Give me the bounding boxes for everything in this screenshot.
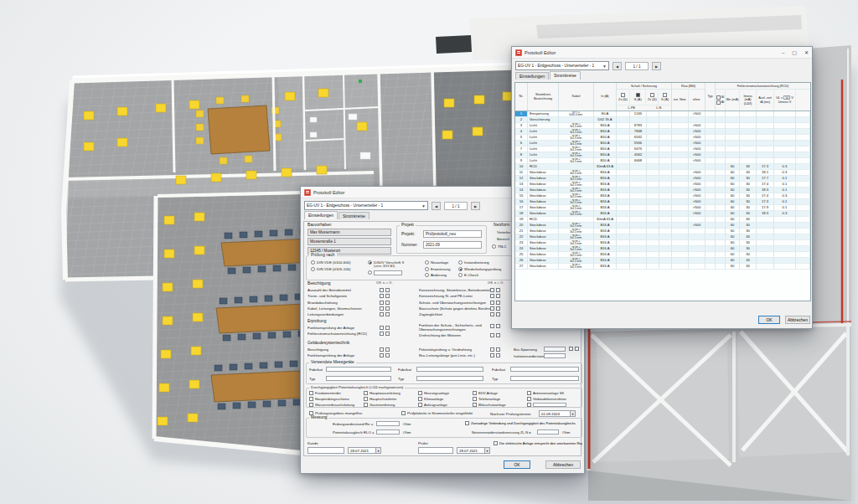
ok-button[interactable]: OK [504,460,530,469]
nio-checkbox[interactable] [496,324,500,328]
ok-checkbox[interactable] [490,288,494,292]
pruefung-option[interactable]: DGUV Vorschrift 3(vorm. BGV A3) [368,260,404,268]
potentialausgleich-checkbox[interactable] [364,397,368,401]
checkbox[interactable] [716,100,721,105]
table-row[interactable]: 12SteckdoseNYM-J3x2.5 mm²B16 A>500603017… [515,176,810,182]
minimize-icon[interactable]: – [782,47,784,59]
pruefung-option[interactable]: E-Check [458,273,501,277]
maximize-icon[interactable]: ▢ [792,47,797,59]
projekt-name-field[interactable]: Prüfprotokoll_neu [423,230,482,238]
ok-checkbox[interactable] [490,353,494,357]
typ-field-1[interactable] [326,376,391,381]
table-row[interactable]: 16SteckdoseNYM-J3x2.5 mm²B16 A>500603017… [515,199,810,205]
potentialausgleich-r-field[interactable] [376,429,400,435]
nio-checkbox[interactable] [385,353,390,357]
radio[interactable] [458,260,463,265]
erdungswiderstand-field[interactable] [376,421,400,426]
radio[interactable] [458,273,463,277]
next-button[interactable]: ▶ [652,62,661,70]
radio[interactable] [311,267,315,271]
table-row[interactable]: 14SteckdoseNYM-J3x2.5 mm²B16 A>500603018… [515,188,810,193]
table-row[interactable]: 21SteckdoseNYM-J3x2.5 mm²B16 A6030 [515,229,810,234]
potentialausgleich-checkbox[interactable] [418,397,422,401]
table-row[interactable]: 20SteckdoseN­YM-J3x2.5 mm²B16 A>5006030 [515,223,810,229]
radio[interactable] [425,260,429,265]
titlebar[interactable]: Protokoll Editor – ▢ ✕ [512,47,812,59]
nio-checkbox[interactable] [385,301,390,305]
pruefer-field[interactable] [418,447,453,454]
bauvorhaben-street-field[interactable]: Musterstraße 1 [308,238,391,245]
naechster-termin-date[interactable]: 01.09.2024▾ [539,410,576,417]
radio[interactable] [425,273,429,277]
table-row[interactable]: 6LichtNYM-J3x1.5 mm²B10 A5556>500 [515,141,810,147]
tab-einstellungen[interactable]: Einstellungen [304,211,338,219]
checkbox-checked[interactable] [636,93,640,97]
ok-checkbox[interactable] [380,347,384,352]
table-row[interactable]: 17SteckdoseNYM-J3x2.5 mm²B16 A>500603017… [515,205,810,211]
potentialausgleich-other-field[interactable] [533,403,566,407]
potentialausgleich-checkbox[interactable] [473,397,477,401]
checkbox[interactable] [663,93,667,97]
prev-button[interactable]: ◀ [432,202,441,210]
ok-checkbox[interactable] [380,312,384,316]
table-row[interactable]: 22SteckdoseNYM-J3x2.5 mm²B16 A6030 [515,234,810,240]
potentialausgleich-checkbox[interactable] [473,403,477,407]
potentialausgleich-checkbox[interactable] [418,403,422,407]
ok-checkbox[interactable] [490,347,494,352]
netzinnenwiderstand-field[interactable] [537,429,559,435]
table-row[interactable]: 15SteckdoseNYM-J3x2.5 mm²B16 A>500603017… [515,193,810,199]
table-row[interactable]: 8LichtNYM-J3x1.5 mm²B10 A4562>500 [515,152,810,158]
typ-field-2[interactable] [416,376,483,381]
checkbox[interactable] [650,93,654,97]
checkbox[interactable] [621,93,625,97]
tab-stromkreise[interactable]: Stromkreise [339,212,370,219]
tab-einstellungen[interactable]: Einstellungen [515,72,549,80]
close-icon[interactable]: ✕ [804,47,809,59]
pruefung-option[interactable]: DIN VDE (0100-600) [311,260,351,265]
table-row[interactable]: 13SteckdoseNYM-J3x2.5 mm²B16 A>500603017… [515,182,810,188]
bauvorhaben-name-field[interactable]: Max Mustermann [308,229,391,236]
table-row[interactable]: 24SteckdoseNYM-J3x2.5 mm²B16 A6030 [515,246,810,252]
nio-checkbox[interactable] [385,332,390,336]
fabrikat-field-3[interactable] [510,367,579,372]
nio-checkbox[interactable] [496,347,500,352]
potentialausgleich-checkbox[interactable] [309,397,313,401]
radio[interactable] [425,267,429,271]
ok-button[interactable]: OK [758,316,780,324]
table-row[interactable]: 1EinspeisungNYY-J5x35.0 mm²80 A1245>500 [515,111,810,117]
ok-checkbox[interactable] [380,326,384,330]
ok-checkbox[interactable] [380,294,384,298]
ok-checkbox[interactable] [490,324,494,328]
next-button[interactable]: ▶ [471,202,480,210]
nio-checkbox[interactable] [496,353,500,357]
radio[interactable] [311,260,315,265]
nio-checkbox[interactable] [496,288,500,292]
nio-checkbox[interactable] [385,288,390,292]
calendar-dropdown-icon[interactable]: ▾ [375,447,381,454]
potentialausgleich-checkbox[interactable] [309,403,313,407]
potentialausgleich-checkbox[interactable] [309,391,313,395]
bus-spannung-field[interactable] [544,347,566,352]
table-row[interactable]: 10RCD30mA 63 A603017.30.3 [515,164,810,170]
ok-checkbox[interactable] [490,306,494,311]
cancel-button[interactable]: Abbrechen [785,316,810,324]
pruefung-option-field[interactable] [374,270,402,275]
plakette-checkbox[interactable]: Prüfplakette in Stromverteiler eingekleb… [401,411,473,415]
projekt-nummer-field[interactable]: 2021-09 [423,241,482,249]
calendar-dropdown-icon[interactable]: ▾ [570,410,576,417]
pruefer-date[interactable]: 28.07.2021▾ [457,447,490,454]
potentialausgleich-checkbox[interactable] [473,391,477,395]
nio-checkbox[interactable] [385,347,390,352]
nio-checkbox[interactable] [496,333,500,337]
potentialausgleich-checkbox[interactable] [364,403,368,407]
pruefung-option[interactable]: Wiederholungsprüfung [458,267,501,271]
cancel-button[interactable]: Abbrechen [545,460,581,469]
fabrikat-field-2[interactable] [416,367,483,372]
nio-checkbox[interactable] [385,312,390,316]
prev-button[interactable]: ◀ [612,62,622,70]
nio-checkbox[interactable] [496,312,500,316]
ul-limit-input[interactable]: 50 [783,95,790,100]
table-row[interactable]: 3LichtNYM-J3x1.5 mm²B10 A8783>500 [515,123,810,129]
verteiler-select[interactable]: EG-UV 1 - Erdgeschoss - Unterverteiler -… [515,61,609,70]
table-row[interactable]: 26SteckdoseNYM-J3x2.5 mm²B16 A6030 [515,258,810,264]
